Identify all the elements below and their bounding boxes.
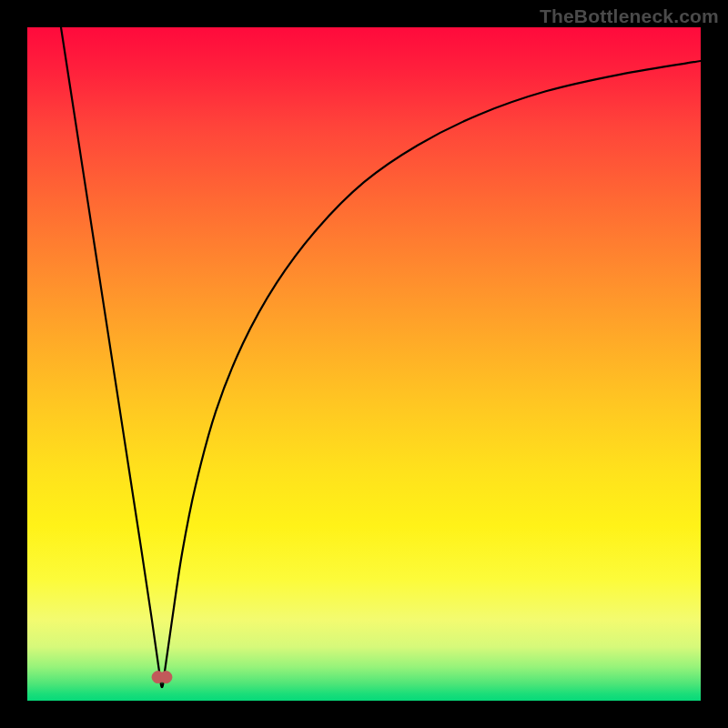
bottleneck-curve [61,27,701,687]
watermark-text: TheBottleneck.com [540,5,719,27]
chart-svg [27,27,701,701]
curve-marker-1 [160,672,172,683]
minimum-markers [152,672,172,683]
plot-area [27,27,701,701]
chart-frame: TheBottleneck.com [0,0,728,728]
